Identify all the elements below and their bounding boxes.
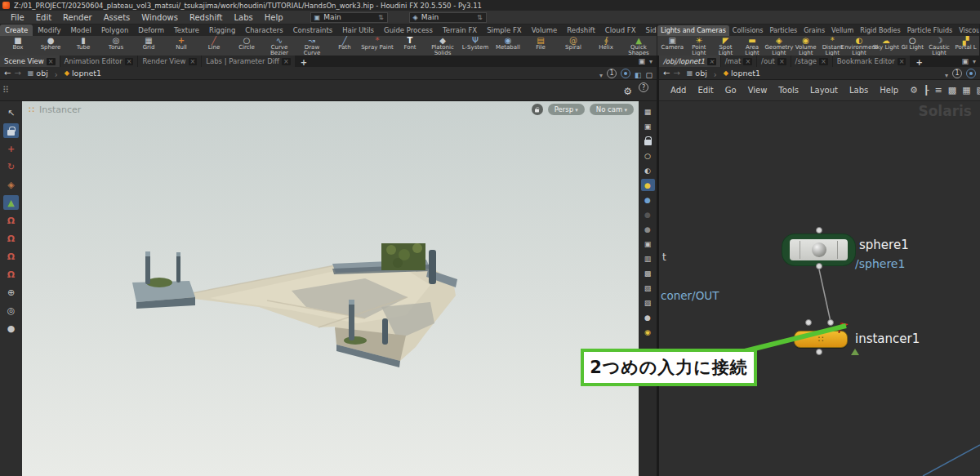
camera-lock-icon[interactable]: [641, 135, 655, 147]
shelf-tab-modify[interactable]: Modify: [33, 24, 65, 36]
menu-labs[interactable]: Labs: [229, 13, 259, 22]
close-tab-icon[interactable]: [125, 57, 134, 65]
shelf-tab-texture[interactable]: Texture: [169, 24, 204, 36]
tool-caustic-light[interactable]: ☽Caustic Light: [926, 36, 953, 56]
tool-font[interactable]: TFont: [394, 36, 426, 56]
frame-view-icon[interactable]: ◎: [3, 303, 19, 318]
move-objects-icon[interactable]: ◈: [3, 177, 19, 192]
pane-number-badge[interactable]: 1: [607, 69, 617, 78]
display-options-gear-icon[interactable]: [623, 82, 632, 98]
display-flags-icon[interactable]: ▧: [977, 85, 980, 96]
tool-file[interactable]: ▤File: [524, 36, 557, 56]
tool-platonic-solids[interactable]: ◆Platonic Solids: [426, 36, 459, 56]
tool-sphere[interactable]: ●Sphere: [34, 36, 67, 56]
flipbook-icon[interactable]: ▧: [641, 282, 655, 294]
path-obj-chip[interactable]: ▦obj: [24, 68, 51, 78]
net-menu-add[interactable]: Add: [666, 86, 691, 95]
color-palette-icon[interactable]: ▩: [948, 85, 956, 96]
tool-gi-light[interactable]: ○GI Light: [899, 36, 926, 56]
back-button[interactable]: [663, 69, 670, 78]
tool-circle[interactable]: ○Circle: [230, 36, 263, 56]
spotlight-icon[interactable]: ◉: [641, 326, 655, 338]
camera-lock-button[interactable]: [532, 104, 543, 115]
tool-point-light[interactable]: ☀Point Light: [686, 36, 713, 56]
stowbar-handle-icon[interactable]: [0, 85, 10, 96]
sphere1-input-connector[interactable]: [816, 227, 822, 234]
tab-obj-lopnet1[interactable]: /obj/lopnet1: [659, 56, 720, 67]
sphere1-output-connector[interactable]: [816, 263, 822, 269]
shelf-tab-grains[interactable]: Grains: [800, 25, 828, 36]
shelf-tab-volume[interactable]: Volume: [527, 24, 563, 36]
close-tab-icon[interactable]: [819, 57, 828, 65]
shelf-tab-particles[interactable]: Particles: [767, 25, 801, 36]
new-tab-button[interactable]: [296, 58, 312, 67]
instancer1-input2-connector[interactable]: [827, 319, 834, 326]
shelf-tab-characters[interactable]: Characters: [240, 24, 287, 36]
close-tab-icon[interactable]: [47, 57, 56, 65]
persp-camera-menu[interactable]: Persp: [548, 104, 585, 115]
snapshot-icon[interactable]: ▣: [641, 120, 655, 132]
tool-draw-curve[interactable]: ↝Draw Curve: [296, 36, 328, 56]
close-tab-icon[interactable]: [189, 57, 198, 65]
shelf-tab-create[interactable]: Create: [0, 24, 33, 36]
tools-wrench-icon[interactable]: ⚙: [910, 85, 918, 96]
view-tool-icon[interactable]: ⊕: [3, 285, 19, 300]
maximize-pane-icon[interactable]: [645, 65, 653, 81]
net-menu-view[interactable]: View: [743, 86, 773, 95]
list-view-icon[interactable]: ≡: [935, 85, 942, 96]
tool-helix[interactable]: ∮Helix: [590, 36, 622, 56]
tool-box[interactable]: ■Box: [2, 36, 34, 56]
net-menu-tools[interactable]: Tools: [773, 86, 804, 95]
tab-labs-parameter-diff[interactable]: Labs | Parameter Diff: [202, 56, 294, 67]
secure-selection-lock-icon[interactable]: [3, 123, 19, 138]
tool-grid[interactable]: ▦Grid: [132, 36, 165, 56]
tool-environment-light[interactable]: ◐Environment Light: [846, 36, 873, 56]
shelf-tab-rigid-bodies[interactable]: Rigid Bodies: [857, 25, 903, 36]
tool-metaball[interactable]: ◉Metaball: [492, 36, 524, 56]
shelf-tab-model[interactable]: Model: [65, 24, 96, 36]
pane-number-badge[interactable]: 1: [952, 69, 962, 78]
close-tab-icon[interactable]: [707, 57, 716, 65]
shelf-tab-particle-fluids[interactable]: Particle Fluids: [904, 25, 956, 36]
tab-scene-view[interactable]: Scene View: [0, 56, 60, 67]
menu-redshift[interactable]: Redshift: [184, 13, 229, 22]
tool-path[interactable]: ╱Path: [328, 36, 361, 56]
show-handles-icon[interactable]: +: [3, 141, 19, 156]
tool-spiral[interactable]: @Spiral: [557, 36, 590, 56]
path-lopnet1-chip[interactable]: ◆lopnet1: [720, 68, 764, 78]
menu-edit[interactable]: Edit: [30, 13, 57, 22]
tool-tube[interactable]: ▮Tube: [67, 36, 100, 56]
snap-prim-magnet-icon[interactable]: Ω: [3, 249, 19, 264]
linked-pane-icon[interactable]: [635, 65, 642, 81]
tool-area-light[interactable]: ▬Area Light: [739, 36, 766, 56]
shelf-tab-redshift[interactable]: Redshift: [562, 24, 600, 36]
shelf-tab-simple-fx[interactable]: Simple FX: [482, 24, 526, 36]
desktop-selector-2[interactable]: ◈ Main: [409, 12, 487, 23]
instancer1-output-connector[interactable]: [816, 349, 822, 355]
sop-state-icon[interactable]: ▲: [3, 195, 19, 210]
snap-grid-magnet-icon[interactable]: Ω: [3, 213, 19, 228]
display-flag-icon[interactable]: [851, 349, 859, 355]
no-selection-icon[interactable]: ▨: [641, 296, 655, 309]
net-menu-edit[interactable]: Edit: [693, 86, 718, 95]
split-view-icon[interactable]: ▥: [641, 252, 655, 265]
high-quality-lighting-icon[interactable]: ●: [641, 179, 655, 191]
scene-viewport[interactable]: Instancer Persp No cam: [22, 101, 639, 476]
forward-button[interactable]: [673, 69, 679, 78]
no-lighting-icon[interactable]: ●: [641, 208, 655, 220]
shelf-tab-cloud-fx[interactable]: Cloud FX: [600, 24, 641, 36]
tool-sky-light[interactable]: ☁Sky Light: [873, 36, 900, 56]
tab-mat[interactable]: /mat: [721, 56, 756, 67]
shelf-tab-vellum[interactable]: Vellum: [828, 25, 857, 36]
snap-multi-magnet-icon[interactable]: Ω: [3, 267, 19, 282]
tool-curve-bezier[interactable]: ∿Curve Bezier: [263, 36, 296, 56]
menu-help[interactable]: Help: [259, 13, 289, 22]
tool-geometry-light[interactable]: ◈Geometry Light: [765, 36, 792, 56]
menu-file[interactable]: File: [5, 13, 30, 22]
menu-render[interactable]: Render: [57, 13, 98, 22]
tree-view-icon[interactable]: ┠: [924, 85, 929, 96]
tool-null[interactable]: +Null: [165, 36, 198, 56]
grid-snap-icon[interactable]: ▦: [962, 85, 970, 96]
tool-l-system[interactable]: ΨL-System: [459, 36, 492, 56]
tab-out[interactable]: /out: [757, 56, 791, 67]
